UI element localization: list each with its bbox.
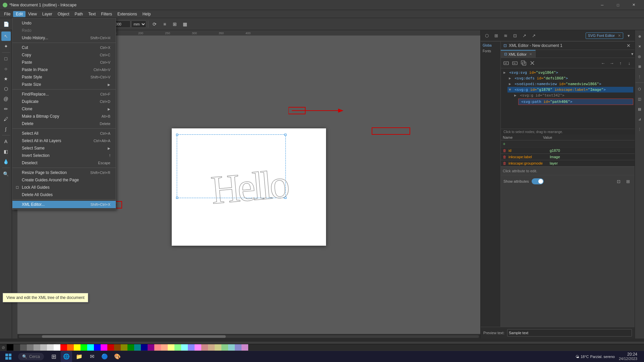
svg-font-editor-tab[interactable]: SVG Font Editor ✕ [586, 33, 623, 39]
color-magenta[interactable] [101, 344, 107, 351]
close-button[interactable]: ✕ [626, 0, 641, 10]
maximize-button[interactable]: □ [610, 0, 626, 10]
unit-selector[interactable]: mm px cm in [131, 20, 146, 28]
menu-filters[interactable]: Filters [98, 11, 115, 17]
color-cadet[interactable] [228, 344, 235, 351]
panel-chevron[interactable]: ▾ [625, 32, 633, 40]
menu-select-same[interactable]: Select Same▶ [12, 144, 116, 152]
circle-tool[interactable]: ○ [1, 64, 11, 73]
color-medgray[interactable] [27, 344, 34, 351]
taskbar-search[interactable]: 🔍 Cerca [18, 353, 44, 360]
show-desktop-btn[interactable] [639, 351, 641, 362]
font-nav-fonts[interactable]: Fonts [482, 49, 499, 54]
right-tool-9[interactable]: ⊿ [635, 114, 644, 124]
right-tool-8[interactable]: ▤ [635, 104, 644, 114]
color-orange[interactable] [67, 344, 74, 351]
color-darkblue[interactable] [141, 344, 148, 351]
color-whitesmoke[interactable] [47, 344, 54, 351]
xml-unindent-btn[interactable]: ← [599, 59, 607, 67]
align-btn[interactable]: ≡ [160, 19, 169, 29]
color-blue[interactable] [94, 344, 101, 351]
color-sage[interactable] [221, 344, 228, 351]
menu-resize-page[interactable]: Resize Page to SelectionShift+Ctrl+R [12, 169, 116, 176]
show-attributes-toggle[interactable] [532, 178, 544, 184]
panel-icon-1[interactable]: ⬡ [483, 32, 491, 40]
color-teal[interactable] [134, 344, 141, 351]
select-tool[interactable]: ↖ [1, 32, 11, 41]
color-olive[interactable] [121, 344, 127, 351]
right-tool-6[interactable]: ⬡ [635, 84, 644, 94]
xml-node-svg[interactable]: ▶ <svg:svg id="svg1864"> [502, 70, 633, 75]
xml-right-icon-1[interactable]: ⊡ [614, 177, 623, 185]
menu-edit[interactable]: Edit [13, 11, 25, 17]
menu-undo[interactable]: Undo [12, 19, 116, 27]
color-yellow[interactable] [74, 344, 80, 351]
menu-file[interactable]: File [1, 11, 13, 17]
xml-node-defs[interactable]: ▶ <svg:defs id="defs1868"> [507, 75, 633, 81]
menu-select-all[interactable]: Select AllCtrl+A [12, 130, 116, 137]
scrollbar-thumb[interactable] [42, 335, 226, 338]
edge-btn[interactable]: 🔵 [99, 351, 110, 362]
start-button[interactable] [0, 351, 17, 362]
xml-new-element-btn[interactable]: el [502, 59, 510, 67]
panel-icon-2[interactable]: ⊞ [492, 32, 500, 40]
inkscape-taskbar-btn[interactable]: 🎨 [112, 351, 123, 362]
xml-panel-menu[interactable]: ▾ [630, 52, 635, 56]
right-tool-4[interactable]: ⊞ [635, 62, 644, 71]
menu-redo[interactable]: Redo [12, 27, 116, 34]
menu-delete[interactable]: DeleteDelete [12, 120, 116, 127]
menu-paste-style[interactable]: Paste StyleShift+Ctrl+V [12, 73, 116, 81]
right-tool-7[interactable]: ◫ [635, 94, 644, 104]
calligraphy-tool[interactable]: ∫ [1, 124, 11, 134]
menu-cut[interactable]: CutCtrl+X [12, 44, 116, 51]
panel-icon-6[interactable]: ↗ [530, 32, 538, 40]
color-rosybrown[interactable] [201, 344, 208, 351]
color-lightcyan[interactable] [181, 344, 188, 351]
chrome-btn[interactable]: 🌐 [61, 351, 72, 362]
xml-indent-btn[interactable]: → [608, 59, 616, 67]
menu-undo-history[interactable]: Undo History...Shift+Ctrl+H [12, 34, 116, 42]
menu-clone[interactable]: Clone▶ [12, 105, 116, 113]
color-lightgray[interactable] [34, 344, 40, 351]
xml-move-up-btn[interactable]: ↑ [616, 59, 625, 67]
color-brown[interactable] [114, 344, 121, 351]
xml-node-g1870[interactable]: ▼ <svg:g id="g1870" inkscape:label="Imag… [507, 87, 633, 93]
menu-invert-selection[interactable]: Invert Selection! [12, 152, 116, 159]
color-khaki[interactable] [215, 344, 221, 351]
menu-select-all-layers[interactable]: Select All in All LayersCtrl+Alt+A [12, 137, 116, 144]
color-red[interactable] [60, 344, 67, 351]
explorer-btn[interactable]: 📁 [73, 351, 85, 362]
xml-new-text-btn[interactable]: tx [511, 59, 519, 67]
xml-node-namedview[interactable]: ▶ <sodipodi:namedview id="namedview1866"… [507, 81, 633, 87]
h-scrollbar[interactable] [17, 334, 480, 339]
color-tan[interactable] [208, 344, 215, 351]
rect-tool[interactable]: □ [1, 54, 11, 63]
menu-copy[interactable]: CopyCtrl+C [12, 51, 116, 59]
right-tool-2[interactable]: ✕ [635, 42, 644, 51]
xml-delete-btn[interactable] [528, 59, 536, 67]
star-tool[interactable]: ★ [1, 74, 11, 83]
xml-right-icon-2[interactable]: ⊞ [624, 177, 632, 185]
svg-font-editor-tab-close[interactable]: ✕ [618, 34, 621, 38]
menu-bitmap-copy[interactable]: Make a Bitmap CopyAlt+B [12, 113, 116, 120]
color-darkgreen[interactable] [127, 344, 134, 351]
menu-create-guides[interactable]: Create Guides Around the Page [12, 176, 116, 184]
panel-icon-3[interactable]: ≋ [501, 32, 509, 40]
color-lightgreen[interactable] [174, 344, 181, 351]
zoom-tool[interactable]: 🔍 [1, 169, 11, 179]
color-periwinkle[interactable] [235, 344, 241, 351]
menu-layer[interactable]: Layer [40, 11, 55, 17]
delete-label-btn[interactable]: 🗑 [503, 155, 506, 159]
menu-object[interactable]: Object [55, 11, 72, 17]
xml-node-text342[interactable]: ▶ <svg:g id="text342"> [513, 93, 633, 98]
xml-move-down-btn[interactable]: ↓ [625, 59, 633, 67]
menu-lock-guides[interactable]: ☐ Lock All Guides [12, 184, 116, 191]
right-tool-10[interactable]: ⋮ [635, 124, 644, 134]
menu-help[interactable]: Help [140, 11, 154, 17]
transform-btn[interactable]: ⟳ [150, 19, 159, 29]
mail-btn[interactable]: ✉ [86, 351, 98, 362]
menu-duplicate[interactable]: DuplicateCtrl+D [12, 98, 116, 105]
spiral-tool[interactable]: @ [1, 94, 11, 104]
color-gray[interactable] [20, 344, 27, 351]
right-tool-3[interactable]: ◎ [635, 52, 644, 61]
